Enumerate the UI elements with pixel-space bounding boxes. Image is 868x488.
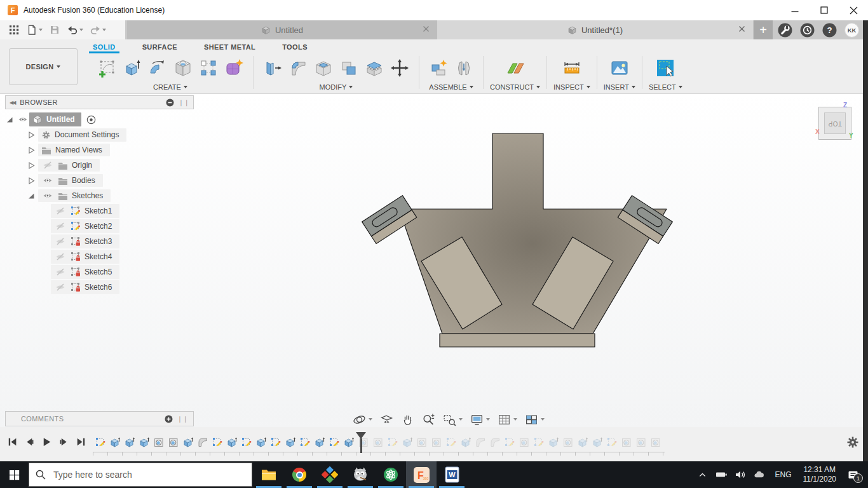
step-back-button[interactable] [24,436,35,447]
tree-row-sketch2[interactable]: Sketch2 [5,219,194,234]
volume-icon[interactable] [734,467,747,482]
timeline-feature-extrude[interactable] [224,435,239,449]
timeline-feature-fillet[interactable] [195,435,210,449]
tab-surface[interactable]: SURFACE [139,41,181,53]
timeline-feature-extrude[interactable] [546,435,560,449]
undo-button[interactable] [65,23,85,37]
taskbar-app-photo-editor-app[interactable] [315,461,345,488]
visibility-eye-icon[interactable] [54,222,67,230]
workspace-switcher[interactable]: DESIGN [9,48,78,85]
timeline-feature-extrude[interactable] [180,435,195,449]
tab-tools[interactable]: TOOLS [278,41,311,53]
tree-row-sketch3[interactable]: Sketch3 [5,234,194,249]
chevron-down-icon[interactable] [486,418,490,421]
taskbar-app-fusion-360[interactable]: F360 [406,461,437,488]
collapse-panel-icon[interactable]: ◀◀ [10,100,15,105]
go-to-end-button[interactable] [75,436,86,447]
tree-row-named-views[interactable]: Named Views [5,142,194,158]
visibility-eye-icon[interactable] [54,253,67,261]
visibility-eye-icon[interactable] [17,116,29,123]
create-sketch-button[interactable] [94,55,119,81]
new-tab-button[interactable]: + [754,20,773,39]
redo-button[interactable] [88,23,108,37]
window-zoom-button[interactable] [441,412,465,428]
timeline-feature-hole[interactable] [370,435,385,449]
timeline-feature-hole[interactable] [560,435,575,449]
fillet-button[interactable] [285,55,311,81]
timeline-feature-extrude[interactable] [254,435,268,449]
step-forward-button[interactable] [58,436,69,447]
viewports-button[interactable] [523,412,546,428]
visibility-eye-icon[interactable] [54,268,67,276]
timeline-feature-sketch[interactable] [531,435,546,449]
orbit-button[interactable] [351,412,374,428]
tab-untitled-1[interactable]: Untitled*(1) [437,20,753,39]
tree-row-sketch1[interactable]: Sketch1 [5,203,194,219]
timeline-feature-extrude[interactable] [312,435,327,449]
onedrive-cloud-icon[interactable] [753,467,766,482]
timeline-feature-hole[interactable] [648,435,663,449]
visibility-eye-icon[interactable] [54,207,67,215]
timeline-feature-sketch[interactable] [268,435,283,449]
group-label-inspect[interactable]: INSPECT [553,83,590,91]
avatar[interactable]: KK [844,23,859,37]
tab-sheet-metal[interactable]: SHEET METAL [200,41,259,53]
chevron-down-icon[interactable] [369,418,372,421]
joint-button[interactable] [451,55,477,81]
timeline-feature-extrude[interactable] [458,435,473,449]
select-button[interactable] [653,55,678,81]
tree-row-root[interactable]: Untitled [5,112,194,127]
panel-grip-icon[interactable]: ❘❘ [177,416,188,423]
chevron-down-icon[interactable] [541,418,545,421]
new-file-button[interactable] [24,23,44,37]
timeline-feature-hole[interactable] [517,435,531,449]
visibility-eye-icon[interactable] [41,161,54,169]
minimize-button[interactable] [780,0,810,20]
split-body-button[interactable] [362,55,387,81]
search-input[interactable] [52,469,233,480]
chevron-down-icon[interactable] [102,29,106,31]
app-grid-button[interactable] [6,23,22,37]
battery-icon[interactable] [715,467,728,482]
tree-row-bodies[interactable]: Bodies [5,173,194,188]
timeline-feature-sketch[interactable] [210,435,224,449]
combine-button[interactable] [336,55,362,81]
visibility-eye-icon[interactable] [54,238,67,245]
close-button[interactable] [839,0,868,20]
minimize-panel-icon[interactable] [166,98,174,107]
timeline-feature-sketch[interactable] [297,435,312,449]
group-label-modify[interactable]: MODIFY [320,83,353,91]
view-cube[interactable]: TOP [818,107,851,140]
timeline-feature-sketch[interactable] [385,435,400,449]
revolve-button[interactable] [145,55,170,81]
tab-untitled[interactable]: Untitled [127,20,437,39]
timeline-feature-hole[interactable] [166,435,180,449]
tree-row-sketch6[interactable]: Sketch6 [5,280,194,295]
start-button[interactable] [0,461,29,488]
visibility-eye-icon[interactable] [41,192,54,200]
timeline-feature-extrude[interactable] [590,435,604,449]
clock[interactable]: 12:31 AM 11/1/2020 [801,465,839,484]
tree-row-origin[interactable]: Origin [5,158,194,173]
group-label-insert[interactable]: INSERT [604,83,635,91]
chevron-down-icon[interactable] [459,418,463,421]
collapse-arrow-icon[interactable] [27,192,36,200]
timeline-feature-sketch[interactable] [444,435,458,449]
timeline-settings-gear-icon[interactable] [846,436,859,449]
new-component-button[interactable] [426,55,451,81]
group-label-select[interactable]: SELECT [649,83,682,91]
chevron-down-icon[interactable] [79,29,83,31]
expand-arrow-icon[interactable] [27,131,36,139]
tab-close-icon[interactable] [738,25,745,32]
timeline-feature-extrude[interactable] [107,435,122,449]
maximize-button[interactable] [810,0,839,20]
visibility-eye-icon[interactable] [41,177,54,184]
hole-button[interactable] [170,55,196,81]
chevron-down-icon[interactable] [513,418,517,421]
taskbar-app-file-explorer[interactable] [254,461,284,488]
taskbar-app-gimp[interactable] [345,461,376,488]
construct-plane-button[interactable] [503,55,528,81]
timeline-feature-extrude[interactable] [283,435,297,449]
tab-solid[interactable]: SOLID [89,41,119,53]
zoom-button[interactable] [420,412,437,428]
